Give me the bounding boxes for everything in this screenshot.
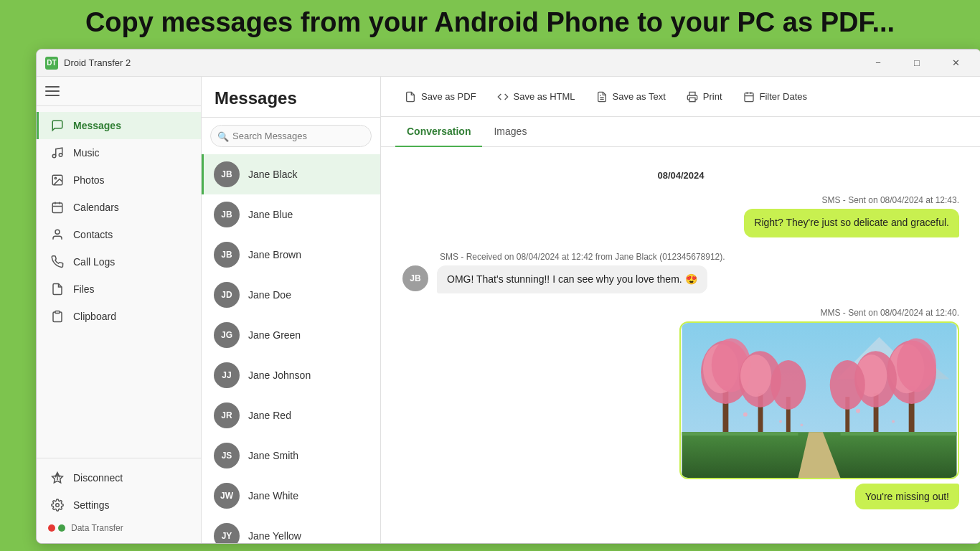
- svg-point-8: [55, 230, 60, 234]
- save-html-button[interactable]: Save as HTML: [488, 86, 584, 108]
- sidebar-item-settings[interactable]: Settings: [37, 491, 201, 519]
- search-icon: 🔍: [217, 131, 229, 141]
- message-bubble-received-1: OMG! That's stunning!! I can see why you…: [437, 265, 707, 294]
- clipboard-icon: [50, 309, 65, 324]
- messages-header: Messages: [202, 77, 380, 118]
- avatar: JR: [214, 402, 240, 428]
- data-transfer-status: Data Transfer: [37, 519, 201, 537]
- sidebar-label-calendars: Calendars: [73, 202, 119, 213]
- svg-point-42: [830, 360, 865, 410]
- sidebar-bottom: Disconnect Settings Data Transfer: [37, 458, 201, 543]
- svg-rect-9: [55, 311, 60, 314]
- list-item[interactable]: JJ Jane Johnson: [202, 355, 380, 395]
- save-text-icon: [595, 90, 608, 103]
- message-block-sent-1: SMS - Sent on 08/04/2024 at 12:43. Right…: [402, 195, 959, 237]
- filter-dates-label: Filter Dates: [760, 91, 807, 102]
- messages-icon: [50, 118, 65, 133]
- list-item[interactable]: JR Jane Red: [202, 395, 380, 435]
- contact-name: Jane Black: [248, 169, 297, 180]
- mms-image: [679, 321, 959, 479]
- tab-images[interactable]: Images: [482, 117, 538, 147]
- tabs-bar: Conversation Images: [381, 117, 980, 147]
- svg-point-45: [856, 409, 860, 413]
- svg-rect-49: [840, 432, 956, 435]
- list-item[interactable]: JB Jane Brown: [202, 235, 380, 275]
- sidebar-item-clipboard[interactable]: Clipboard: [37, 303, 201, 330]
- contact-name: Jane White: [248, 490, 298, 501]
- contact-name: Jane Doe: [248, 289, 291, 301]
- list-item[interactable]: JD Jane Doe: [202, 275, 380, 315]
- avatar: JY: [214, 523, 240, 543]
- avatar-jb: JB: [402, 265, 428, 291]
- filter-dates-icon: [743, 90, 755, 103]
- sidebar-top: [37, 77, 201, 106]
- message-block-received-1: SMS - Received on 08/04/2024 at 12:42 fr…: [402, 252, 959, 294]
- avatar: JS: [214, 443, 240, 468]
- sidebar-item-disconnect[interactable]: Disconnect: [37, 464, 201, 491]
- svg-rect-48: [682, 432, 798, 435]
- mms-block: MMS - Sent on 08/04/2024 at 12:40.: [402, 308, 959, 509]
- contact-name: Jane Yellow: [248, 530, 301, 542]
- avatar: JJ: [214, 362, 240, 388]
- avatar: JG: [214, 322, 240, 348]
- sidebar-item-music[interactable]: Music: [37, 139, 201, 166]
- sidebar-label-contacts: Contacts: [73, 229, 113, 240]
- list-item[interactable]: JB Jane Black: [202, 154, 380, 194]
- music-icon: [50, 146, 65, 160]
- avatar: JD: [214, 282, 240, 308]
- toolbar: Save as PDF Save as HTML Save as Text: [381, 77, 980, 117]
- disconnect-icon: [50, 471, 65, 485]
- sidebar-item-files[interactable]: Files: [37, 276, 201, 303]
- data-transfer-dots: [48, 524, 65, 532]
- save-text-button[interactable]: Save as Text: [587, 86, 674, 108]
- sidebar-label-clipboard: Clipboard: [73, 311, 116, 322]
- contact-name: Jane Green: [248, 329, 301, 341]
- list-item[interactable]: JS Jane Smith: [202, 435, 380, 476]
- main-content: Messages Music Photos: [37, 77, 980, 543]
- sidebar-item-calendars[interactable]: Calendars: [37, 194, 201, 221]
- filter-dates-button[interactable]: Filter Dates: [734, 86, 816, 108]
- dot-green: [58, 524, 65, 532]
- photos-icon: [50, 173, 65, 187]
- hamburger-icon[interactable]: [45, 83, 62, 100]
- svg-point-43: [743, 413, 748, 417]
- sidebar-item-call-logs[interactable]: Call Logs: [37, 248, 201, 276]
- save-pdf-button[interactable]: Save as PDF: [395, 86, 485, 108]
- search-input[interactable]: [210, 125, 372, 147]
- svg-rect-16: [745, 93, 753, 101]
- contact-list: JB Jane Black JB Jane Blue JB Jane Brown…: [202, 154, 380, 543]
- tab-conversation[interactable]: Conversation: [395, 117, 482, 147]
- svg-rect-4: [52, 203, 62, 213]
- date-divider: 08/04/2024: [402, 170, 959, 181]
- minimize-button[interactable]: −: [862, 53, 895, 73]
- conversation-area: Save as PDF Save as HTML Save as Text: [381, 77, 980, 543]
- svg-point-12: [56, 504, 60, 507]
- list-item[interactable]: JW Jane White: [202, 476, 380, 516]
- window-controls: − □ ✕: [862, 53, 972, 73]
- sidebar-item-contacts[interactable]: Contacts: [37, 221, 201, 248]
- search-box: 🔍: [210, 125, 372, 147]
- save-pdf-label: Save as PDF: [421, 91, 476, 102]
- print-button[interactable]: Print: [677, 86, 731, 108]
- svg-point-33: [771, 360, 806, 410]
- data-transfer-label: Data Transfer: [71, 523, 123, 533]
- sidebar-label-music: Music: [73, 147, 100, 159]
- sidebar-label-disconnect: Disconnect: [73, 472, 123, 484]
- svg-point-46: [892, 420, 895, 423]
- sidebar-item-photos[interactable]: Photos: [37, 166, 201, 194]
- svg-point-31: [740, 354, 771, 397]
- list-item[interactable]: JY Jane Yellow: [202, 516, 380, 543]
- mms-image-container: [402, 321, 959, 479]
- messages-panel-title: Messages: [215, 88, 297, 108]
- avatar: JB: [214, 161, 240, 187]
- contact-name: Jane Brown: [248, 249, 301, 260]
- close-button[interactable]: ✕: [939, 53, 972, 73]
- svg-rect-15: [689, 98, 695, 101]
- list-item[interactable]: JG Jane Green: [202, 315, 380, 355]
- sidebar-item-messages[interactable]: Messages: [37, 112, 201, 139]
- contact-name: Jane Johnson: [248, 369, 311, 381]
- maximize-button[interactable]: □: [900, 53, 933, 73]
- list-item[interactable]: JB Jane Blue: [202, 194, 380, 235]
- clearfix: You're missing out!: [402, 479, 959, 509]
- svg-point-1: [59, 154, 62, 157]
